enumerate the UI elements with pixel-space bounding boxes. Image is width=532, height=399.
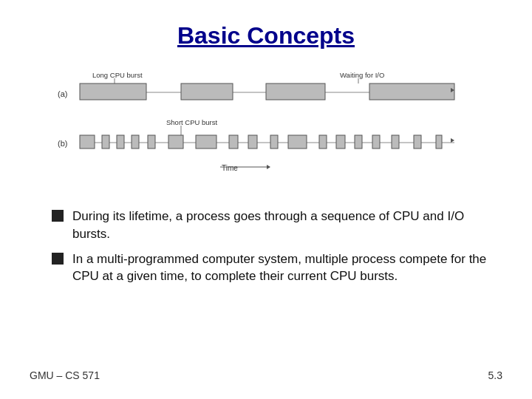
bullet-icon-2 bbox=[52, 253, 64, 265]
cpu-burst-b2 bbox=[102, 135, 109, 149]
cpu-burst-a3 bbox=[266, 83, 325, 100]
cpu-burst-b7 bbox=[196, 135, 216, 149]
cpu-burst-a1 bbox=[80, 83, 146, 100]
slide-footer: GMU – CS 571 5.3 bbox=[30, 364, 502, 384]
bullet-text-2: In a multi-programmed computer system, m… bbox=[72, 250, 502, 286]
diagram-area: (a) Long CPU burst Waiting for I/O (b) bbox=[30, 61, 502, 194]
bullet-section: During its lifetime, a process goes thro… bbox=[30, 208, 502, 364]
cpu-burst-b17 bbox=[414, 135, 421, 149]
footer-left: GMU – CS 571 bbox=[30, 369, 100, 381]
cpu-burst-diagram: (a) Long CPU burst Waiting for I/O (b) bbox=[52, 61, 480, 194]
cpu-burst-b18 bbox=[436, 135, 442, 149]
cpu-burst-b9 bbox=[248, 135, 257, 149]
arrow-b bbox=[451, 138, 454, 143]
cpu-burst-b3 bbox=[117, 135, 124, 149]
short-cpu-label: Short CPU burst bbox=[166, 118, 218, 126]
cpu-burst-a2 bbox=[181, 83, 233, 100]
cpu-burst-b8 bbox=[229, 135, 238, 149]
cpu-burst-b1 bbox=[80, 135, 95, 149]
cpu-burst-b4 bbox=[132, 135, 139, 149]
bullet-text-1: During its lifetime, a process goes thro… bbox=[72, 208, 502, 243]
slide: Basic Concepts (a) Long CPU burst Waitin… bbox=[0, 0, 532, 399]
bullet-item-2: In a multi-programmed computer system, m… bbox=[52, 250, 502, 286]
cpu-burst-b11 bbox=[288, 135, 307, 149]
cpu-burst-b14 bbox=[355, 135, 362, 149]
cpu-burst-b16 bbox=[392, 135, 399, 149]
footer-right: 5.3 bbox=[488, 369, 502, 381]
cpu-burst-b13 bbox=[336, 135, 345, 149]
row-a-label: (a) bbox=[58, 89, 67, 98]
cpu-burst-b5 bbox=[148, 135, 155, 149]
slide-title: Basic Concepts bbox=[30, 15, 502, 50]
cpu-burst-b6 bbox=[168, 135, 183, 149]
cpu-burst-b12 bbox=[319, 135, 327, 149]
bullet-item-1: During its lifetime, a process goes thro… bbox=[52, 208, 502, 243]
cpu-burst-b15 bbox=[372, 135, 380, 149]
time-arrow bbox=[267, 165, 270, 169]
cpu-burst-b10 bbox=[270, 135, 278, 149]
long-cpu-label: Long CPU burst bbox=[92, 71, 143, 79]
row-b-label: (b) bbox=[58, 139, 67, 148]
waiting-io-label: Waiting for I/O bbox=[340, 71, 384, 79]
cpu-burst-a4 bbox=[369, 83, 454, 100]
time-label: Time bbox=[222, 164, 238, 172]
bullet-icon-1 bbox=[52, 210, 64, 222]
